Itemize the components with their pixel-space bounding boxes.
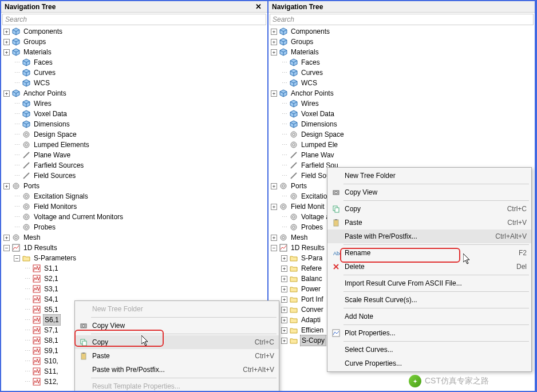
tree-item-label[interactable]: Field Monit	[290, 201, 326, 212]
expand-icon[interactable]: +	[271, 235, 277, 241]
tree-item-label[interactable]: S-Copy	[300, 335, 326, 346]
expand-icon[interactable]: +	[281, 327, 287, 334]
tree-item[interactable]: ⋯Wires	[2, 98, 267, 109]
tree-item-label[interactable]: S12,	[43, 377, 60, 387]
tree-item-label[interactable]: S9,1	[43, 346, 60, 356]
tree-item-label[interactable]: Curves	[33, 68, 57, 78]
tree-item-label[interactable]: Anchor Points	[22, 88, 68, 98]
tree-item-label[interactable]: S5,1	[43, 304, 60, 315]
collapse-icon[interactable]: −	[3, 245, 10, 251]
tree-item[interactable]: ⋯Design Space	[2, 129, 267, 140]
tree-item[interactable]: ⋯Dimensions	[2, 119, 267, 129]
tree-item[interactable]: ⋯Wires	[270, 98, 535, 109]
tree-item[interactable]: +Anchor Points	[2, 88, 267, 98]
context-menu-item[interactable]: PasteCtrl+V	[327, 216, 531, 229]
tree-item-label[interactable]: Ports	[290, 181, 308, 191]
tree-item-label[interactable]: S1,1	[43, 263, 60, 274]
tree-item-label[interactable]: WCS	[33, 78, 51, 88]
tree-item-label[interactable]: Curves	[300, 68, 324, 78]
tree-item[interactable]: ⋯Design Space	[270, 129, 535, 140]
tree-item-label[interactable]: Groups	[22, 37, 47, 47]
context-menu-item[interactable]: Select Curves...	[327, 343, 531, 357]
tree-item-label[interactable]: Design Space	[300, 129, 345, 140]
tree-item-label[interactable]: Balanc	[300, 274, 323, 284]
tree-item-label[interactable]: Groups	[290, 37, 314, 47]
tree-item[interactable]: ⋯Farfield Sources	[2, 160, 267, 171]
tree-item[interactable]: +Anchor Points	[270, 88, 535, 98]
tree-item[interactable]: ⋯Plane Wav	[270, 150, 535, 160]
tree-item[interactable]: ⋯Dimensions	[270, 119, 535, 129]
tree-item-label[interactable]: Field Sources	[33, 171, 77, 181]
expand-icon[interactable]: +	[271, 39, 277, 45]
context-menu-item[interactable]: Plot Properties...	[327, 326, 531, 340]
tree-item-label[interactable]: 1D Results	[290, 243, 326, 253]
tree-item[interactable]: −1D Results	[2, 243, 267, 253]
tree-item-label[interactable]: Dimensions	[300, 119, 338, 129]
expand-icon[interactable]: +	[281, 338, 287, 344]
tree-item[interactable]: +Ports	[2, 181, 267, 191]
tree-item[interactable]: ⋯Faces	[2, 57, 267, 68]
tree-item[interactable]: ⋯Excitation Signals	[2, 191, 267, 201]
tree-item-label[interactable]: S8,1	[43, 335, 60, 346]
tree-item[interactable]: ⋯Lumped Ele	[270, 140, 535, 150]
tree-item-label[interactable]: Port Inf	[300, 294, 325, 304]
tree-item[interactable]: ⋯Faces	[270, 57, 535, 68]
tree-item[interactable]: ⋯Lumped Elements	[2, 140, 267, 150]
tree-item-label[interactable]: Mesh	[290, 232, 309, 243]
tree-item-label[interactable]: Plane Wav	[300, 150, 335, 160]
tree-item-label[interactable]: Adapti	[300, 315, 322, 325]
expand-icon[interactable]: +	[3, 39, 10, 45]
tree-item-label[interactable]: Components	[290, 26, 331, 37]
tree-item[interactable]: ⋯S2,1	[2, 274, 267, 284]
tree-item-label[interactable]: Design Space	[33, 129, 78, 140]
tree-item-label[interactable]: Farfield Sources	[33, 160, 85, 171]
tree-item[interactable]: ⋯Curves	[2, 68, 267, 78]
tree-item[interactable]: ⋯Plane Wave	[2, 150, 267, 160]
tree-item-label[interactable]: Plane Wave	[33, 150, 72, 160]
context-menu-item[interactable]: Import Result Curve From ASCII File...	[327, 276, 531, 290]
context-menu-item[interactable]: Paste with Pre/Postfix...Ctrl+Alt+V	[75, 363, 279, 377]
expand-icon[interactable]: +	[271, 90, 277, 97]
expand-icon[interactable]: +	[281, 266, 287, 272]
context-menu-item[interactable]: PasteCtrl+V	[75, 349, 279, 363]
tree-item-label[interactable]: S3,1	[43, 284, 60, 294]
tree-item[interactable]: ⋯S1,1	[2, 263, 267, 274]
context-menu-item[interactable]: Scale Result Curve(s)...	[327, 293, 531, 307]
tree-item[interactable]: +Mesh	[2, 232, 267, 243]
tree-item-label[interactable]: S7,1	[43, 325, 60, 335]
context-menu-item[interactable]: CopyCtrl+C	[327, 202, 531, 216]
tree-item-label[interactable]: S11,	[43, 366, 60, 377]
tree-item-label[interactable]: Mesh	[22, 232, 41, 243]
tree-item-label[interactable]: 1D Results	[22, 243, 58, 253]
tree-item-label[interactable]: Field Monitors	[33, 201, 78, 212]
tree-item-label[interactable]: Voltage and Current Monitors	[33, 212, 124, 222]
collapse-icon[interactable]: −	[14, 255, 20, 262]
expand-icon[interactable]: +	[281, 255, 287, 262]
expand-icon[interactable]: +	[3, 49, 10, 56]
tree-item-label[interactable]: WCS	[300, 78, 318, 88]
tree-item[interactable]: +Groups	[270, 37, 535, 47]
tree-item-label[interactable]: Efficien	[300, 325, 325, 335]
context-menu-item[interactable]: Add Note	[327, 310, 531, 323]
search-input[interactable]: Search	[270, 14, 534, 25]
expand-icon[interactable]: +	[281, 276, 287, 282]
tree-item[interactable]: ⋯Voxel Data	[270, 109, 535, 119]
context-menu-item[interactable]: New Tree Folder	[327, 169, 531, 183]
tree-item-label[interactable]: Faces	[33, 57, 54, 68]
expand-icon[interactable]: +	[281, 286, 287, 292]
tree-item[interactable]: ⋯Probes	[2, 222, 267, 232]
context-menu-item[interactable]: DeleteDel	[327, 260, 531, 274]
tree-item[interactable]: +Groups	[2, 37, 267, 47]
tree-item-label[interactable]: Wires	[33, 98, 53, 109]
expand-icon[interactable]: +	[3, 29, 10, 35]
tree-item-label[interactable]: Power	[300, 284, 322, 294]
tree-item[interactable]: −S-Parameters	[2, 253, 267, 263]
tree-item[interactable]: ⋯WCS	[270, 78, 535, 88]
expand-icon[interactable]: +	[281, 307, 287, 313]
context-menu-item[interactable]: Copy View	[75, 319, 279, 332]
context-menu-item[interactable]: CopyCtrl+C	[75, 335, 279, 349]
expand-icon[interactable]: +	[3, 90, 10, 97]
expand-icon[interactable]: +	[271, 29, 277, 35]
tree-item-label[interactable]: Conver	[300, 304, 325, 315]
tree-item[interactable]: ⋯Field Monitors	[2, 201, 267, 212]
